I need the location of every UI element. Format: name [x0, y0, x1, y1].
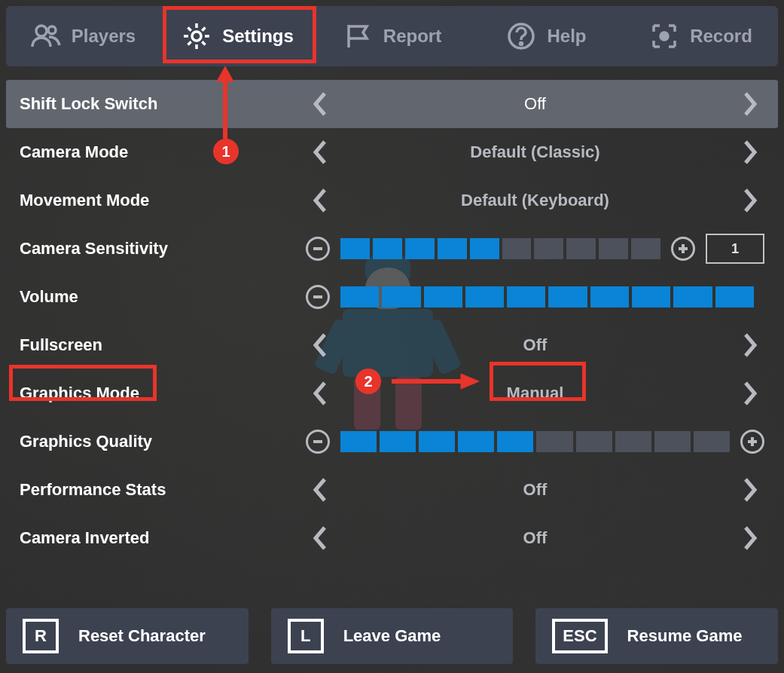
setting-value: Manual: [507, 384, 564, 403]
setting-value: Default (Classic): [470, 142, 599, 162]
tab-players[interactable]: Players: [6, 6, 160, 66]
button-label: Reset Character: [78, 626, 206, 646]
key-hint: L: [288, 619, 324, 653]
increase-button[interactable]: [671, 237, 695, 261]
bar-segment: [497, 431, 533, 452]
flag-icon: [343, 21, 373, 51]
row-movement-mode: Movement Mode Default (Keyboard): [6, 176, 778, 225]
decrease-button[interactable]: [306, 285, 330, 309]
sensitivity-number-text: 1: [731, 241, 739, 257]
row-fullscreen: Fullscreen Off: [6, 321, 778, 369]
tab-label: Players: [72, 26, 136, 47]
next-button[interactable]: [736, 138, 764, 167]
prev-button[interactable]: [306, 186, 334, 215]
bar-segment: [340, 286, 379, 307]
bar-segment: [373, 238, 402, 259]
bar-segment: [465, 286, 504, 307]
tab-help[interactable]: Help: [469, 6, 624, 66]
row-performance-stats: Performance Stats Off: [6, 466, 778, 514]
decrease-button[interactable]: [306, 430, 330, 454]
next-button[interactable]: [736, 476, 764, 504]
bar-segment: [458, 431, 494, 452]
bar-segment: [534, 238, 563, 259]
help-icon: [506, 21, 536, 51]
leave-game-button[interactable]: L Leave Game: [271, 608, 514, 664]
setting-label: Volume: [20, 287, 306, 307]
decrease-button[interactable]: [306, 237, 330, 261]
row-camera-sensitivity: Camera Sensitivity 1: [6, 225, 778, 273]
setting-label: Fullscreen: [20, 335, 306, 355]
tab-label: Help: [547, 26, 586, 47]
svg-point-0: [36, 26, 47, 36]
svg-point-1: [48, 26, 56, 34]
setting-label: Camera Mode: [20, 142, 306, 162]
bar-segment: [405, 238, 435, 259]
svg-point-5: [660, 32, 668, 40]
bar-segment: [715, 286, 754, 307]
bar-segment: [380, 431, 416, 452]
next-button[interactable]: [736, 379, 764, 408]
svg-point-2: [192, 32, 201, 41]
next-button[interactable]: [736, 524, 764, 552]
bar-segment: [340, 238, 370, 259]
bar-segment: [576, 431, 612, 452]
prev-button[interactable]: [306, 476, 334, 504]
bar-segment: [566, 238, 596, 259]
row-graphics-quality: Graphics Quality: [6, 418, 778, 466]
row-shift-lock-switch: Shift Lock Switch Off: [6, 80, 778, 128]
bar-segment: [438, 238, 467, 259]
bar-segment: [507, 286, 545, 307]
tab-record[interactable]: Record: [624, 6, 778, 66]
tab-report[interactable]: Report: [315, 6, 469, 66]
setting-value: Off: [524, 94, 546, 114]
row-camera-mode: Camera Mode Default (Classic): [6, 128, 778, 176]
setting-value: Off: [523, 335, 548, 355]
svg-marker-7: [217, 66, 233, 81]
bar-segment: [502, 238, 532, 259]
bar-segment: [419, 431, 455, 452]
reset-character-button[interactable]: R Reset Character: [6, 608, 249, 664]
next-button[interactable]: [736, 186, 764, 215]
setting-label: Movement Mode: [20, 191, 306, 210]
tab-label: Record: [690, 26, 752, 47]
row-volume: Volume: [6, 273, 778, 321]
prev-button[interactable]: [306, 379, 334, 408]
volume-bar[interactable]: [340, 286, 754, 307]
setting-label: Performance Stats: [20, 480, 306, 500]
setting-label: Camera Inverted: [20, 528, 306, 548]
key-hint: ESC: [552, 619, 607, 653]
setting-value: Default (Keyboard): [461, 191, 609, 210]
prev-button[interactable]: [306, 331, 334, 359]
key-hint: R: [23, 619, 59, 653]
prev-button[interactable]: [306, 524, 334, 552]
bar-segment: [590, 286, 629, 307]
bar-segment: [631, 238, 660, 259]
bar-segment: [632, 286, 670, 307]
prev-button[interactable]: [306, 138, 334, 167]
bar-segment: [548, 286, 587, 307]
bar-segment: [694, 431, 730, 452]
row-graphics-mode: Graphics Mode Manual: [6, 369, 778, 418]
quality-bar[interactable]: [340, 431, 730, 452]
tab-settings[interactable]: Settings: [160, 6, 315, 66]
bar-segment: [615, 431, 651, 452]
setting-value: Off: [523, 480, 548, 500]
bar-segment: [340, 431, 377, 452]
next-button[interactable]: [736, 331, 764, 359]
setting-label: Shift Lock Switch: [20, 94, 306, 114]
setting-label: Camera Sensitivity: [20, 239, 306, 258]
bar-segment: [470, 238, 499, 259]
resume-game-button[interactable]: ESC Resume Game: [535, 608, 778, 664]
setting-label: Graphics Mode: [20, 384, 306, 403]
next-button[interactable]: [736, 90, 764, 118]
sensitivity-bar[interactable]: [340, 238, 660, 259]
increase-button[interactable]: [740, 430, 764, 454]
bar-segment: [599, 238, 628, 259]
menu-tabs: Players Settings Report Help: [6, 6, 778, 66]
button-label: Leave Game: [343, 626, 441, 646]
bottom-bar: R Reset Character L Leave Game ESC Resum…: [6, 608, 778, 664]
button-label: Resume Game: [627, 626, 743, 646]
setting-value: Off: [523, 528, 548, 548]
sensitivity-number[interactable]: 1: [706, 234, 764, 264]
prev-button[interactable]: [306, 90, 334, 118]
